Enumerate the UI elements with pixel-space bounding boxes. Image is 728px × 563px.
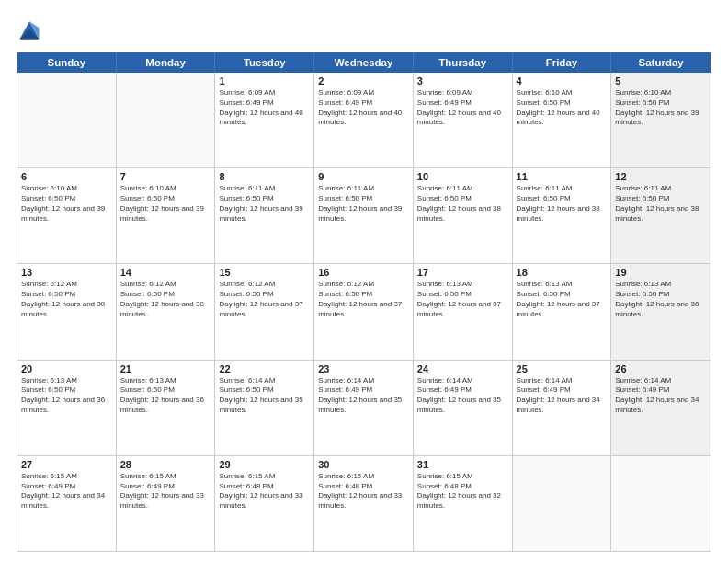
calendar-header: SundayMondayTuesdayWednesdayThursdayFrid… (17, 52, 711, 73)
logo (17, 17, 46, 42)
calendar: SundayMondayTuesdayWednesdayThursdayFrid… (17, 52, 711, 552)
day-number: 29 (219, 459, 310, 470)
day-info: Sunrise: 6:11 AM Sunset: 6:50 PM Dayligh… (517, 184, 608, 224)
calendar-day-cell: 19Sunrise: 6:13 AM Sunset: 6:50 PM Dayli… (611, 264, 711, 359)
calendar-day-cell: 10Sunrise: 6:11 AM Sunset: 6:50 PM Dayli… (414, 168, 513, 263)
day-info: Sunrise: 6:14 AM Sunset: 6:49 PM Dayligh… (318, 376, 409, 416)
day-number: 21 (120, 363, 211, 374)
calendar-day-cell: 12Sunrise: 6:11 AM Sunset: 6:50 PM Dayli… (611, 168, 711, 263)
calendar-day-cell: 2Sunrise: 6:09 AM Sunset: 6:49 PM Daylig… (314, 73, 414, 167)
weekday-header: Friday (513, 52, 612, 73)
day-info: Sunrise: 6:13 AM Sunset: 6:50 PM Dayligh… (417, 280, 508, 319)
day-number: 8 (219, 171, 310, 182)
day-info: Sunrise: 6:13 AM Sunset: 6:50 PM Dayligh… (120, 376, 211, 416)
calendar-week-row: 6Sunrise: 6:10 AM Sunset: 6:50 PM Daylig… (17, 168, 711, 264)
calendar-week-row: 13Sunrise: 6:12 AM Sunset: 6:50 PM Dayli… (17, 264, 711, 360)
day-info: Sunrise: 6:10 AM Sunset: 6:50 PM Dayligh… (120, 184, 211, 224)
calendar-day-cell: 29Sunrise: 6:15 AM Sunset: 6:48 PM Dayli… (215, 456, 314, 551)
calendar-day-cell (17, 73, 117, 167)
day-info: Sunrise: 6:11 AM Sunset: 6:50 PM Dayligh… (318, 184, 409, 224)
calendar-body: 1Sunrise: 6:09 AM Sunset: 6:49 PM Daylig… (17, 73, 711, 551)
weekday-header: Wednesday (314, 52, 414, 73)
day-info: Sunrise: 6:14 AM Sunset: 6:49 PM Dayligh… (517, 376, 608, 416)
day-info: Sunrise: 6:15 AM Sunset: 6:48 PM Dayligh… (219, 472, 310, 511)
calendar-day-cell: 25Sunrise: 6:14 AM Sunset: 6:49 PM Dayli… (513, 361, 612, 455)
day-number: 16 (318, 267, 409, 278)
day-info: Sunrise: 6:15 AM Sunset: 6:49 PM Dayligh… (120, 472, 211, 511)
day-info: Sunrise: 6:12 AM Sunset: 6:50 PM Dayligh… (318, 280, 409, 319)
weekday-header: Thursday (414, 52, 513, 73)
calendar-day-cell: 11Sunrise: 6:11 AM Sunset: 6:50 PM Dayli… (513, 168, 612, 263)
calendar-day-cell: 3Sunrise: 6:09 AM Sunset: 6:49 PM Daylig… (414, 73, 513, 167)
day-info: Sunrise: 6:12 AM Sunset: 6:50 PM Dayligh… (21, 280, 112, 319)
day-info: Sunrise: 6:09 AM Sunset: 6:49 PM Dayligh… (219, 88, 310, 128)
header (17, 17, 711, 42)
calendar-day-cell: 20Sunrise: 6:13 AM Sunset: 6:50 PM Dayli… (17, 361, 117, 455)
day-info: Sunrise: 6:12 AM Sunset: 6:50 PM Dayligh… (120, 280, 211, 319)
day-number: 30 (318, 459, 409, 470)
calendar-day-cell: 28Sunrise: 6:15 AM Sunset: 6:49 PM Dayli… (117, 456, 216, 551)
calendar-day-cell: 24Sunrise: 6:14 AM Sunset: 6:49 PM Dayli… (414, 361, 513, 455)
calendar-day-cell: 30Sunrise: 6:15 AM Sunset: 6:48 PM Dayli… (314, 456, 414, 551)
day-info: Sunrise: 6:14 AM Sunset: 6:50 PM Dayligh… (219, 376, 310, 416)
day-info: Sunrise: 6:13 AM Sunset: 6:50 PM Dayligh… (21, 376, 112, 416)
day-number: 27 (21, 459, 112, 470)
day-info: Sunrise: 6:09 AM Sunset: 6:49 PM Dayligh… (417, 88, 508, 128)
calendar-week-row: 20Sunrise: 6:13 AM Sunset: 6:50 PM Dayli… (17, 361, 711, 456)
day-info: Sunrise: 6:15 AM Sunset: 6:48 PM Dayligh… (318, 472, 409, 511)
calendar-day-cell: 27Sunrise: 6:15 AM Sunset: 6:49 PM Dayli… (17, 456, 117, 551)
calendar-day-cell: 16Sunrise: 6:12 AM Sunset: 6:50 PM Dayli… (314, 264, 414, 359)
calendar-day-cell: 22Sunrise: 6:14 AM Sunset: 6:50 PM Dayli… (215, 361, 314, 455)
day-number: 20 (21, 363, 112, 374)
day-info: Sunrise: 6:12 AM Sunset: 6:50 PM Dayligh… (219, 280, 310, 319)
logo-icon (17, 17, 42, 42)
day-number: 14 (120, 267, 211, 278)
day-number: 28 (120, 459, 211, 470)
day-number: 11 (517, 171, 608, 182)
day-info: Sunrise: 6:11 AM Sunset: 6:50 PM Dayligh… (219, 184, 310, 224)
day-info: Sunrise: 6:11 AM Sunset: 6:50 PM Dayligh… (417, 184, 508, 224)
day-info: Sunrise: 6:14 AM Sunset: 6:49 PM Dayligh… (417, 376, 508, 416)
day-number: 5 (615, 75, 707, 86)
calendar-day-cell: 15Sunrise: 6:12 AM Sunset: 6:50 PM Dayli… (215, 264, 314, 359)
page: SundayMondayTuesdayWednesdayThursdayFrid… (0, 0, 728, 563)
calendar-day-cell: 31Sunrise: 6:15 AM Sunset: 6:48 PM Dayli… (414, 456, 513, 551)
calendar-day-cell: 8Sunrise: 6:11 AM Sunset: 6:50 PM Daylig… (215, 168, 314, 263)
calendar-day-cell: 14Sunrise: 6:12 AM Sunset: 6:50 PM Dayli… (117, 264, 216, 359)
weekday-header: Sunday (17, 52, 117, 73)
calendar-day-cell: 17Sunrise: 6:13 AM Sunset: 6:50 PM Dayli… (414, 264, 513, 359)
day-number: 24 (417, 363, 508, 374)
calendar-day-cell: 26Sunrise: 6:14 AM Sunset: 6:49 PM Dayli… (611, 361, 711, 455)
calendar-day-cell: 13Sunrise: 6:12 AM Sunset: 6:50 PM Dayli… (17, 264, 117, 359)
day-number: 22 (219, 363, 310, 374)
day-number: 7 (120, 171, 211, 182)
weekday-header: Monday (117, 52, 216, 73)
weekday-header: Saturday (611, 52, 711, 73)
calendar-day-cell: 1Sunrise: 6:09 AM Sunset: 6:49 PM Daylig… (215, 73, 314, 167)
day-number: 4 (517, 75, 608, 86)
calendar-day-cell: 4Sunrise: 6:10 AM Sunset: 6:50 PM Daylig… (513, 73, 612, 167)
calendar-day-cell: 9Sunrise: 6:11 AM Sunset: 6:50 PM Daylig… (314, 168, 414, 263)
day-number: 18 (517, 267, 608, 278)
day-info: Sunrise: 6:10 AM Sunset: 6:50 PM Dayligh… (21, 184, 112, 224)
day-info: Sunrise: 6:13 AM Sunset: 6:50 PM Dayligh… (615, 280, 707, 319)
day-info: Sunrise: 6:15 AM Sunset: 6:48 PM Dayligh… (417, 472, 508, 511)
calendar-day-cell (117, 73, 216, 167)
day-number: 6 (21, 171, 112, 182)
day-number: 10 (417, 171, 508, 182)
calendar-day-cell: 6Sunrise: 6:10 AM Sunset: 6:50 PM Daylig… (17, 168, 117, 263)
day-number: 15 (219, 267, 310, 278)
day-info: Sunrise: 6:11 AM Sunset: 6:50 PM Dayligh… (615, 184, 707, 224)
calendar-day-cell (513, 456, 612, 551)
day-info: Sunrise: 6:10 AM Sunset: 6:50 PM Dayligh… (517, 88, 608, 128)
calendar-week-row: 1Sunrise: 6:09 AM Sunset: 6:49 PM Daylig… (17, 73, 711, 168)
day-number: 23 (318, 363, 409, 374)
day-number: 26 (615, 363, 707, 374)
day-number: 17 (417, 267, 508, 278)
day-number: 25 (517, 363, 608, 374)
day-info: Sunrise: 6:09 AM Sunset: 6:49 PM Dayligh… (318, 88, 409, 128)
day-number: 2 (318, 75, 409, 86)
calendar-day-cell (611, 456, 711, 551)
calendar-day-cell: 5Sunrise: 6:10 AM Sunset: 6:50 PM Daylig… (611, 73, 711, 167)
weekday-header: Tuesday (215, 52, 314, 73)
